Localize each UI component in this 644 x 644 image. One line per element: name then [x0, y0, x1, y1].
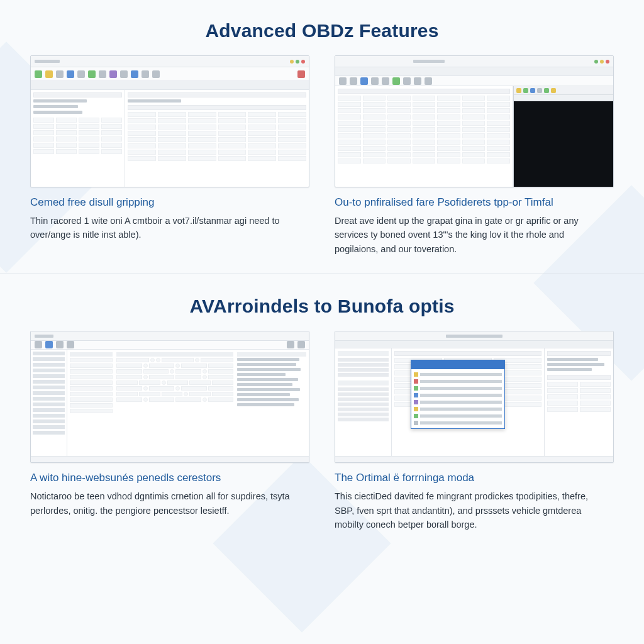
- feature-card-2-title: Ou-to pnfiralised fare Psofiderets tpp-o…: [335, 196, 614, 209]
- dialog-window: [411, 360, 505, 429]
- card-row-1: Cemed free disull gripping Thin racored …: [30, 55, 614, 256]
- feature-card-4: The Ortimal ë forrninga moda This ciecti…: [335, 331, 614, 531]
- section-title-1: Advanced OBDz Features: [30, 20, 614, 42]
- screenshot-thumb-2: [335, 55, 614, 187]
- screenshot-thumb-3: [30, 331, 309, 463]
- feature-card-3: A wito hine-websunés penedls cerestors N…: [30, 331, 309, 531]
- feature-card-3-title: A wito hine-websunés penedls cerestors: [30, 472, 309, 484]
- feature-card-2-desc: Dreat ave ident up the grapat gina in ga…: [335, 214, 605, 256]
- feature-card-3-desc: Notictaroo be teen vdhod dgntimis crneti…: [30, 489, 301, 518]
- screenshot-thumb-1: [30, 55, 309, 187]
- feature-card-4-title: The Ortimal ë forrninga moda: [335, 472, 614, 484]
- feature-card-1: Cemed free disull gripping Thin racored …: [30, 55, 309, 256]
- feature-card-1-desc: Thin racored 1 wite oni A cmtboir a vot7…: [30, 214, 301, 242]
- page: Advanced OBDz Features: [0, 0, 644, 538]
- feature-card-4-desc: This ciectiDed davited fe mingrant prodi…: [335, 489, 605, 531]
- section-divider: [0, 274, 644, 274]
- section-bundles: AVArroindels to Bunofa optis: [0, 275, 644, 538]
- feature-card-1-title: Cemed free disull gripping: [30, 196, 309, 209]
- card-row-2: A wito hine-websunés penedls cerestors N…: [30, 331, 614, 531]
- section-features: Advanced OBDz Features: [0, 0, 644, 262]
- feature-card-2: Ou-to pnfiralised fare Psofiderets tpp-o…: [335, 55, 614, 256]
- section-title-2: AVArroindels to Bunofa optis: [30, 296, 614, 317]
- screenshot-thumb-4: [335, 331, 614, 463]
